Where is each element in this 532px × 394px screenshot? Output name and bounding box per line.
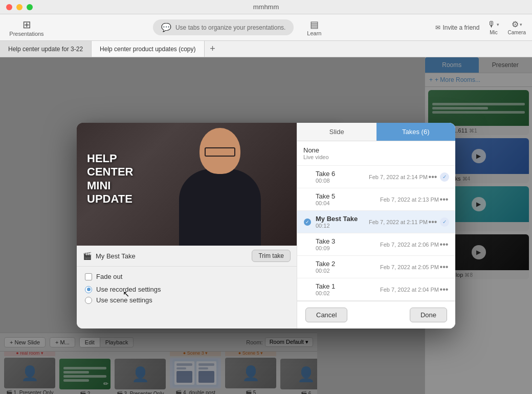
take-info-1: Take 5 00:04 xyxy=(316,192,380,206)
cancel-button[interactable]: Cancel xyxy=(305,308,347,322)
mic-icon: 🎙 xyxy=(487,20,496,29)
use-scene-radio[interactable] xyxy=(85,297,92,304)
dialog-right-tabs: Slide Takes (6) xyxy=(297,123,455,141)
radio-group: Use recorded settings Use scene settings xyxy=(85,286,289,304)
tabs-bar: Help center update for 3-22 Help center … xyxy=(0,41,532,57)
take-name-2: My Best Take xyxy=(316,215,369,223)
take-more-3[interactable]: ••• xyxy=(439,240,449,249)
app-title: mmhmm xyxy=(253,3,279,11)
done-button[interactable]: Done xyxy=(410,308,447,322)
none-title: None xyxy=(303,146,449,154)
take-info-2: My Best Take 00:12 xyxy=(316,215,369,229)
take-name-5: Take 1 xyxy=(316,282,380,290)
fade-out-row: Fade out xyxy=(85,273,289,280)
window-controls[interactable] xyxy=(6,4,33,10)
take-more-4[interactable]: ••• xyxy=(439,262,449,272)
take-info-3: Take 3 00:09 xyxy=(316,237,380,251)
mic-control[interactable]: 🎙 ▾ Mic xyxy=(487,20,499,35)
close-button[interactable] xyxy=(6,4,12,10)
take-date-5: Feb 7, 2022 at 2:04 PM xyxy=(380,287,439,293)
take-info-5: Take 1 00:02 xyxy=(316,282,380,296)
tab-1-label: Help center product updates (copy) xyxy=(100,46,195,53)
use-recorded-row[interactable]: Use recorded settings xyxy=(85,286,289,293)
take-item-1[interactable]: Take 5 00:04 Feb 7, 2022 at 2:13 PM ••• xyxy=(297,188,455,211)
dialog-footer: Cancel Done xyxy=(297,301,455,329)
take-item-4[interactable]: Take 2 00:02 Feb 7, 2022 at 2:05 PM ••• xyxy=(297,256,455,278)
trim-take-button[interactable]: Trim take xyxy=(252,250,291,262)
video-title: My Best Take xyxy=(96,252,248,260)
person-glasses xyxy=(205,147,235,157)
use-scene-label: Use scene settings xyxy=(96,296,152,304)
film-tag-icon: 🎬 xyxy=(83,252,92,260)
take-item-5[interactable]: Take 1 00:02 Feb 7, 2022 at 2:04 PM ••• xyxy=(297,278,455,301)
take-more-1[interactable]: ••• xyxy=(439,195,449,204)
camera-control[interactable]: ⚙ ▾ Camera xyxy=(507,19,526,35)
take-check-3 xyxy=(303,240,312,249)
dialog-video: HELPCENTERMINIUPDATE xyxy=(77,123,297,246)
take-date-2: Feb 7, 2022 at 2:11 PM xyxy=(369,219,428,225)
take-name-1: Take 5 xyxy=(316,192,380,200)
cancel-label: Cancel xyxy=(316,311,337,319)
presentations-nav[interactable]: ⊞ Presentations xyxy=(6,18,47,37)
minimize-button[interactable] xyxy=(16,4,23,10)
send-icon: ✉ xyxy=(435,24,440,31)
take-more-2[interactable]: ••• xyxy=(428,217,438,227)
organize-message: 💬 Use tabs to organize your presentation… xyxy=(153,19,294,35)
learn-nav[interactable]: ▤ Learn xyxy=(299,19,329,36)
mic-chevron-icon: ▾ xyxy=(497,22,499,27)
none-subtitle: Live video xyxy=(303,154,449,160)
take-date-1: Feb 7, 2022 at 2:13 PM xyxy=(380,196,439,203)
take-verified-2: ✓ xyxy=(440,217,449,227)
tab-1[interactable]: Help center product updates (copy) xyxy=(92,41,204,57)
toolbar-right: ✉ Invite a friend 🎙 ▾ Mic ⚙ ▾ Camera xyxy=(435,19,526,35)
video-overlay-text: HELPCENTERMINIUPDATE xyxy=(87,152,133,206)
take-duration-5: 00:02 xyxy=(316,290,380,296)
use-recorded-label: Use recorded settings xyxy=(96,286,161,293)
take-duration-3: 00:09 xyxy=(316,245,380,251)
take-check-0 xyxy=(303,173,312,181)
take-duration-4: 00:02 xyxy=(316,268,380,274)
take-more-0[interactable]: ••• xyxy=(428,172,438,182)
dialog-right: Slide Takes (6) None Live video xyxy=(297,123,455,329)
modal-backdrop: HELPCENTERMINIUPDATE 🎬 My Best Take xyxy=(0,57,532,394)
take-info-0: Take 6 00:08 xyxy=(316,170,369,184)
none-item[interactable]: None Live video xyxy=(297,141,455,166)
take-item-0[interactable]: Take 6 00:08 Feb 7, 2022 at 2:14 PM ••• … xyxy=(297,166,455,188)
take-check-4 xyxy=(303,263,312,271)
slide-tab[interactable]: Slide xyxy=(297,123,376,141)
maximize-button[interactable] xyxy=(27,4,33,10)
video-meta: 🎬 My Best Take Trim take xyxy=(77,246,297,267)
add-tab-button[interactable]: + xyxy=(205,41,221,57)
take-selected-icon: ✓ xyxy=(304,218,311,226)
take-more-5[interactable]: ••• xyxy=(439,285,449,294)
takes-list: None Live video Take 6 00:08 Feb 7, 2022… xyxy=(297,141,455,301)
toolbar: ⊞ Presentations 💬 Use tabs to organize y… xyxy=(0,14,532,41)
mic-cam-controls: 🎙 ▾ Mic ⚙ ▾ Camera xyxy=(487,19,526,35)
person-body xyxy=(179,169,261,246)
take-date-0: Feb 7, 2022 at 2:14 PM xyxy=(369,174,428,180)
dialog: HELPCENTERMINIUPDATE 🎬 My Best Take xyxy=(77,123,455,329)
take-duration-0: 00:08 xyxy=(316,178,369,184)
dialog-left: HELPCENTERMINIUPDATE 🎬 My Best Take xyxy=(77,123,297,329)
takes-tab[interactable]: Takes (6) xyxy=(376,123,456,141)
take-item-2[interactable]: ✓ My Best Take 00:12 Feb 7, 2022 at 2:11… xyxy=(297,211,455,233)
take-item-3[interactable]: Take 3 00:09 Feb 7, 2022 at 2:06 PM ••• xyxy=(297,233,455,256)
fade-out-checkbox[interactable] xyxy=(85,273,92,280)
take-date-4: Feb 7, 2022 at 2:05 PM xyxy=(380,264,439,270)
take-duration-1: 00:04 xyxy=(316,200,380,206)
use-recorded-radio[interactable] xyxy=(85,286,92,293)
take-date-3: Feb 7, 2022 at 2:06 PM xyxy=(380,242,439,248)
invite-label: Invite a friend xyxy=(442,24,479,31)
dialog-options: Fade out Use recorded settings Use scene… xyxy=(77,267,297,310)
take-verified-0: ✓ xyxy=(440,172,449,182)
trim-take-label: Trim take xyxy=(258,252,284,259)
camera-chevron-icon: ▾ xyxy=(520,22,522,27)
tab-0[interactable]: Help center update for 3-22 xyxy=(0,41,92,57)
person-figure xyxy=(159,123,281,246)
use-scene-row[interactable]: Use scene settings xyxy=(85,296,289,304)
learn-icon: ▤ xyxy=(310,19,319,30)
invite-button[interactable]: ✉ Invite a friend xyxy=(435,24,479,31)
tab-0-label: Help center update for 3-22 xyxy=(8,46,83,53)
presentations-icon: ⊞ xyxy=(23,18,31,31)
dialog-body: HELPCENTERMINIUPDATE 🎬 My Best Take xyxy=(77,123,455,329)
